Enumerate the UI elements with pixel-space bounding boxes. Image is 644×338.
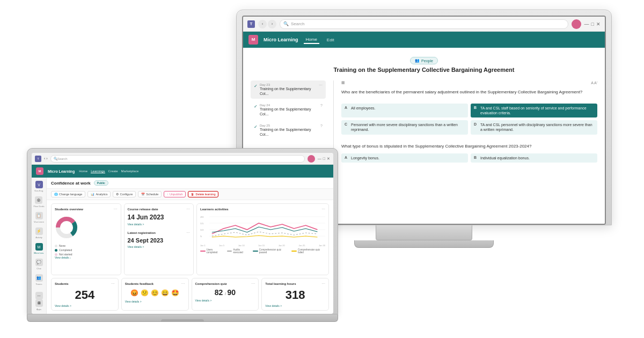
latest-reg-more[interactable]: ··· xyxy=(186,230,190,235)
quiz-question-2-area: What type of bonus is stipulated in the … xyxy=(341,143,597,163)
laptop-nav-home[interactable]: Home xyxy=(79,170,87,173)
students-overview-view-details[interactable]: View details › xyxy=(55,256,118,259)
legend-dot-none xyxy=(55,245,57,247)
unpublish-button[interactable]: ↑ Unpublish xyxy=(164,191,186,197)
hours-more[interactable]: ··· xyxy=(321,281,325,286)
day-item-24[interactable]: ✓ Day 24 Training on the Supplementary C… xyxy=(251,101,326,119)
quiz-view-details[interactable]: View details > xyxy=(195,299,255,302)
day-item-23[interactable]: ✓ Day 23 Training on the Supplementary C… xyxy=(251,80,326,99)
legend-completed-line: Users completed xyxy=(200,248,224,254)
laptop-nav-buttons: ‹ › xyxy=(44,157,48,160)
hours-title: Total learning hours xyxy=(265,282,296,285)
quiz-option-b[interactable]: B TA and CSL staff based on seniority of… xyxy=(471,104,597,117)
legend-quiz-failed-line: Comprehension quiz failed xyxy=(291,248,325,254)
laptop-back-btn[interactable]: ‹ xyxy=(44,157,45,160)
people-icon: 👥 xyxy=(415,58,420,63)
monitor-base xyxy=(354,240,494,248)
laptop-avatar[interactable] xyxy=(308,155,315,163)
monitor-stand xyxy=(376,225,472,240)
day-menu-icon[interactable]: ? xyxy=(320,104,323,107)
sidebar-item-more[interactable]: ··· xyxy=(35,292,43,299)
ml-logo-icon: M xyxy=(248,35,258,45)
laptop-nav-learnings[interactable]: Learnings xyxy=(91,170,105,173)
laptop-close[interactable]: ✕ xyxy=(327,157,330,161)
back-button[interactable]: ‹ xyxy=(258,20,267,28)
learners-activities-more[interactable]: ··· xyxy=(321,207,325,211)
laptop-screen: T ‹ › 🔍 Search — □ ✕ xyxy=(32,153,333,314)
desktop-app-name: Micro Learning xyxy=(264,37,298,42)
desktop-search[interactable]: 🔍 Search xyxy=(280,19,568,29)
people-badge: 👥 People xyxy=(410,57,438,64)
teams-icon: T xyxy=(247,20,255,28)
legend-audits-line: Audits executed xyxy=(227,248,250,254)
quiz-option-d[interactable]: D TA and CSL personnel with disciplinary… xyxy=(471,120,597,134)
students-overview-more[interactable]: ··· xyxy=(114,207,118,211)
analytics-button[interactable]: 📊 Analytics xyxy=(87,191,111,197)
sidebar-item-viva[interactable]: V Viva Eng. xyxy=(34,181,43,192)
day-menu-icon[interactable]: ⋯ xyxy=(319,83,323,87)
nav-buttons: ‹ › xyxy=(258,20,276,28)
laptop-navbar: M Micro Learning Home Learnings Create M… xyxy=(32,165,333,178)
sidebar-item-teams[interactable]: 👥 Teams xyxy=(35,274,43,285)
sidebar-label-chat: Chat xyxy=(36,267,41,270)
sidebar-item-learn[interactable]: 📋 Viva Learn xyxy=(34,212,44,223)
schedule-button[interactable]: 📅 Schedule xyxy=(138,191,162,197)
laptop-minimize[interactable]: — xyxy=(318,157,321,161)
goals-icon: ◎ xyxy=(35,196,42,204)
sidebar-more: ··· ⊞ Apps xyxy=(35,292,43,311)
svg-text:10: 10 xyxy=(200,229,204,231)
course-release-more[interactable]: ··· xyxy=(186,207,190,211)
quiz-option-2b[interactable]: B Individual equalization bonus. xyxy=(471,153,597,163)
option-letter: B xyxy=(474,106,478,109)
unpublish-icon: ↑ xyxy=(167,193,169,196)
laptop-ml-icon: M xyxy=(36,167,43,175)
check-icon: ✓ xyxy=(254,124,258,129)
course-release-view-details[interactable]: View details > xyxy=(128,223,191,226)
latest-reg-view-details[interactable]: View details > xyxy=(128,245,191,248)
desktop-nav-edit[interactable]: Edit xyxy=(325,36,336,43)
option-text: Personnel with more severe disciplinary … xyxy=(351,122,465,132)
laptop-fwd-btn[interactable]: › xyxy=(46,157,47,160)
students-more[interactable]: ··· xyxy=(111,281,115,286)
search-icon: 🔍 xyxy=(54,157,57,160)
sidebar-label-teams: Teams xyxy=(36,283,42,285)
laptop-screen-outer: T ‹ › 🔍 Search — □ ✕ xyxy=(27,148,338,314)
students-overview-title: Students overview xyxy=(55,208,83,211)
configure-button[interactable]: ⚙ Configure xyxy=(113,191,136,197)
feedback-view-details[interactable]: View details > xyxy=(125,300,185,303)
feedback-more[interactable]: ··· xyxy=(181,281,185,286)
close-button[interactable]: ✕ xyxy=(596,21,601,27)
delete-button[interactable]: 🗑 Delete learning xyxy=(188,191,218,197)
day-item-25[interactable]: ✓ Day 25 Training on the Supplementary C… xyxy=(251,121,326,139)
sidebar-item-apps[interactable]: ⊞ Apps xyxy=(35,299,43,311)
forward-button[interactable]: › xyxy=(268,20,276,28)
laptop-restore[interactable]: □ xyxy=(323,157,325,161)
students-card: Students ··· 254 View details > xyxy=(51,278,119,311)
laptop-search[interactable]: 🔍 Search xyxy=(50,155,305,163)
quiz-card-more[interactable]: ··· xyxy=(252,281,255,286)
user-avatar[interactable] xyxy=(572,19,581,29)
laptop-nav-create[interactable]: Create xyxy=(108,170,118,173)
laptop-nav-marketplace[interactable]: Marketplace xyxy=(121,170,139,173)
sidebar-item-goals[interactable]: ◎ Flow Goals xyxy=(33,196,44,208)
sidebar-label-ml: Micro Lea. xyxy=(34,252,44,254)
option-letter: D xyxy=(474,122,478,126)
configure-icon: ⚙ xyxy=(116,193,119,196)
day-title: Training on the Supplementary Col... xyxy=(260,86,317,96)
quiz-option-c[interactable]: C Personnel with more severe disciplinar… xyxy=(341,120,468,134)
emoji-row: 😡 😕 😊 😄 🤩 xyxy=(125,289,185,297)
change-language-button[interactable]: 🌐 Change language xyxy=(51,191,85,197)
quiz-option-2a[interactable]: A Longevity bonus. xyxy=(341,153,468,163)
quiz-option-a[interactable]: A All employees. xyxy=(341,104,468,117)
search-icon: 🔍 xyxy=(283,21,289,26)
minimize-button[interactable]: — xyxy=(584,21,589,27)
sidebar-item-microlearning[interactable]: M Micro Lea. xyxy=(34,243,44,254)
day-menu-icon[interactable]: ? xyxy=(320,124,323,128)
hours-view-details[interactable]: View details > xyxy=(265,304,325,307)
students-view-details[interactable]: View details > xyxy=(55,304,115,307)
desktop-nav-home[interactable]: Home xyxy=(304,36,319,44)
sidebar-item-chat[interactable]: 💬 Chat xyxy=(35,259,43,270)
restore-button[interactable]: □ xyxy=(591,21,594,27)
course-dates-card: Course release date ··· 14 Jun 2023 View… xyxy=(124,203,194,275)
sidebar-item-activity[interactable]: ⚡ Activity xyxy=(35,227,43,239)
